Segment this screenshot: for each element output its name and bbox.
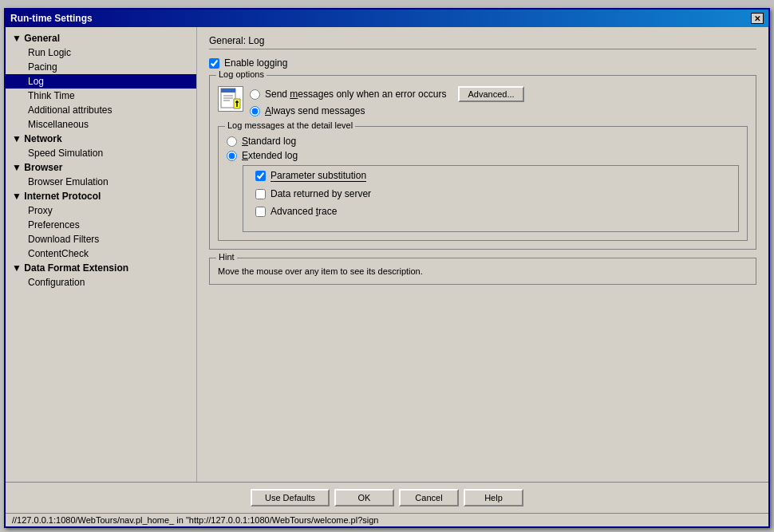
sidebar-item-general[interactable]: ▼ General [6,31,196,45]
hint-text: Move the mouse over any item to see its … [218,262,748,276]
extended-log-label: Extended log [242,150,298,161]
extended-log-row: Extended log [227,150,739,161]
standard-log-row: Standard log [227,136,739,147]
status-bar-text: //127.0.0.1:1080/WebTours/nav.pl_home_ i… [12,515,378,525]
advanced-trace-row: Advanced trace [255,206,730,217]
use-defaults-button[interactable]: Use Defaults [251,489,330,506]
sidebar-item-miscellaneous-label: Miscellaneous [28,119,89,130]
data-returned-label: Data returned by server [271,188,371,199]
sidebar-item-proxy-label: Proxy [28,205,53,216]
parameter-substitution-row: Parameter substitution [255,170,730,182]
log-section: Send messages only when an error occurs … [218,86,748,120]
expand-icon-general: ▼ [12,33,20,44]
status-bar: //127.0.0.1:1080/WebTours/nav.pl_home_ i… [6,513,768,526]
dialog-body: ▼ General Run Logic Pacing Log Think Tim… [6,27,768,482]
sidebar-item-think-time[interactable]: Think Time [6,89,196,103]
sidebar-item-dfe-label: Data Format Extension [24,262,128,274]
sidebar-item-preferences[interactable]: Preferences [6,218,196,232]
sidebar-item-internet-protocol[interactable]: ▼ Internet Protocol [6,189,196,203]
sidebar-item-browser-label: Browser [24,162,62,173]
log-options-legend: Log options [216,69,267,79]
section-title: General: Log [209,35,756,49]
sidebar-item-speed-simulation-label: Speed Simulation [28,148,103,159]
advanced-trace-label: Advanced trace [271,206,337,217]
standard-log-label: Standard log [242,136,296,147]
sidebar-item-proxy[interactable]: Proxy [6,203,196,218]
sidebar-item-additional-attributes-label: Additional attributes [28,104,112,116]
enable-logging-checkbox[interactable] [209,58,219,69]
sidebar-item-content-check-label: ContentCheck [28,248,89,259]
sidebar-item-miscellaneous[interactable]: Miscellaneous [6,117,196,132]
parameter-substitution-label[interactable]: Parameter substitution [271,170,366,182]
close-button[interactable]: ✕ [751,13,764,24]
always-send-row: Always send messages [250,105,748,116]
sidebar-item-network[interactable]: ▼ Network [6,132,196,146]
log-icon [218,86,243,112]
detail-level-fieldset: Log messages at the detail level Standar… [218,126,748,241]
sidebar-item-browser-emulation-label: Browser Emulation [28,176,109,187]
sidebar-item-log[interactable]: Log [6,74,196,89]
send-messages-only-radio[interactable] [250,89,260,100]
sidebar-item-browser[interactable]: ▼ Browser [6,160,196,175]
window-title: Run-time Settings [10,13,93,24]
run-time-settings-dialog: Run-time Settings ✕ ▼ General Run Logic … [4,8,770,528]
extended-options-fieldset: Parameter substitution Data returned by … [243,165,739,232]
sidebar-item-pacing[interactable]: Pacing [6,60,196,74]
log-document-icon [219,88,242,110]
expand-icon-internet-protocol: ▼ [12,191,20,202]
hint-fieldset: Hint Move the mouse over any item to see… [209,258,756,285]
always-send-label: Always send messages [265,105,365,116]
sidebar-item-pacing-label: Pacing [28,61,57,73]
ok-button[interactable]: OK [334,489,394,506]
bottom-bar: Use Defaults OK Cancel Help [6,482,768,513]
sidebar-item-download-filters[interactable]: Download Filters [6,232,196,246]
enable-logging-label[interactable]: Enable logging [224,57,287,69]
detail-level-legend: Log messages at the detail level [225,120,355,130]
hint-legend: Hint [216,252,237,262]
expand-icon-browser: ▼ [12,162,20,173]
right-panel: General: Log Enable logging Log options [197,27,768,482]
left-panel-tree: ▼ General Run Logic Pacing Log Think Tim… [6,27,197,482]
sidebar-item-think-time-label: Think Time [28,90,75,101]
sidebar-item-run-logic[interactable]: Run Logic [6,45,196,60]
standard-log-radio[interactable] [227,136,237,147]
parameter-substitution-checkbox[interactable] [255,171,266,181]
enable-logging-row: Enable logging [209,57,756,69]
sidebar-item-configuration-label: Configuration [28,277,85,288]
always-send-radio[interactable] [250,106,260,116]
expand-icon-network: ▼ [12,133,20,144]
advanced-trace-checkbox[interactable] [255,207,266,217]
sidebar-item-additional-attributes[interactable]: Additional attributes [6,103,196,117]
sidebar-item-run-logic-label: Run Logic [28,47,71,58]
sidebar-item-configuration[interactable]: Configuration [6,275,196,290]
expand-icon-dfe: ▼ [12,262,20,274]
sidebar-item-log-label: Log [28,76,44,87]
title-bar: Run-time Settings ✕ [6,10,768,27]
sidebar-item-content-check[interactable]: ContentCheck [6,246,196,261]
send-messages-only-row: Send messages only when an error occurs … [250,86,748,102]
extended-log-radio[interactable] [227,151,237,161]
send-messages-only-label: Send messages only when an error occurs [265,89,446,100]
sidebar-item-download-filters-label: Download Filters [28,234,99,245]
help-button[interactable]: Help [464,489,523,506]
log-options-inner: Send messages only when an error occurs … [250,86,748,120]
sidebar-item-preferences-label: Preferences [28,219,80,231]
sidebar-item-browser-emulation[interactable]: Browser Emulation [6,175,196,189]
sidebar-item-internet-protocol-label: Internet Protocol [24,191,101,202]
sidebar-item-data-format-extension[interactable]: ▼ Data Format Extension [6,261,196,275]
svg-rect-1 [221,89,235,93]
data-returned-row: Data returned by server [255,188,730,199]
sidebar-item-network-label: Network [24,133,61,144]
advanced-button[interactable]: Advanced... [458,86,523,102]
cancel-button[interactable]: Cancel [399,489,459,506]
data-returned-checkbox[interactable] [255,189,266,199]
sidebar-item-speed-simulation[interactable]: Speed Simulation [6,146,196,160]
log-options-group: Log options [209,75,756,250]
sidebar-item-general-label: General [24,33,60,44]
